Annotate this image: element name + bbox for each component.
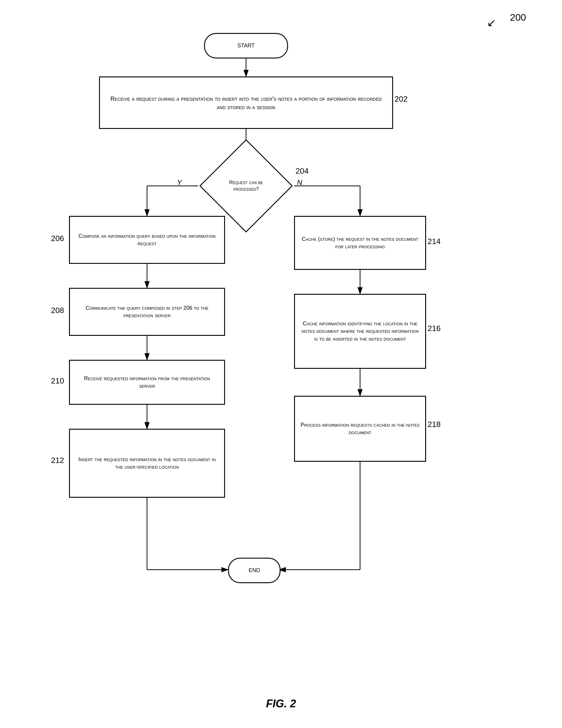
step-212: Insert the requested information in the … — [69, 429, 225, 498]
step-214-label: 214 — [428, 237, 441, 246]
fig-label: FIG. 2 — [266, 697, 296, 710]
step-212-label: 212 — [51, 456, 64, 465]
step-204-label: 204 — [296, 166, 309, 176]
n-label: N — [297, 178, 302, 187]
step-210: Receive requested information from the p… — [69, 360, 225, 405]
step-204-diamond: Request can be processed? — [198, 153, 294, 219]
diagram-number-arrow: ↙ — [487, 16, 496, 29]
step-208-label: 208 — [51, 306, 64, 315]
step-208: Communicate the query composed in step 2… — [69, 288, 225, 336]
step-216-label: 216 — [428, 324, 441, 333]
step-206: Compose an information query based upon … — [69, 216, 225, 264]
step-210-label: 210 — [51, 376, 64, 386]
y-label: Y — [177, 178, 182, 187]
step-216: Cache information identifying the locati… — [294, 294, 426, 369]
step-214: Cache (store) the request in the notes d… — [294, 216, 426, 270]
diagram-number: 200 — [510, 12, 526, 23]
step-218: Process information requests cached in t… — [294, 396, 426, 462]
step-202-label: 202 — [395, 94, 408, 104]
step-206-label: 206 — [51, 234, 64, 243]
step-202: Receive a request during a presentation … — [99, 76, 393, 129]
start-node: START — [204, 33, 288, 58]
end-node: END — [228, 558, 280, 583]
step-218-label: 218 — [428, 420, 441, 429]
